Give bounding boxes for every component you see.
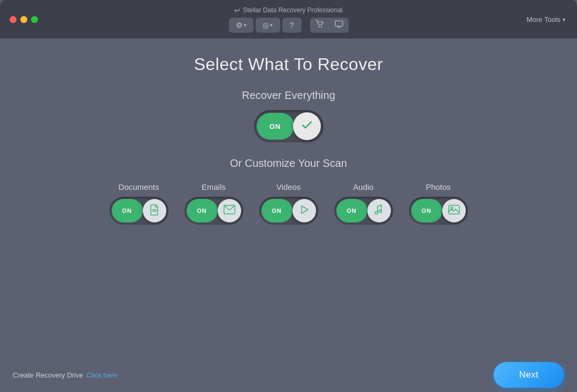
svg-point-8	[379, 210, 381, 212]
audio-icon	[373, 204, 385, 218]
minimize-button[interactable]	[20, 16, 27, 23]
gear-icon: ⚙	[236, 21, 243, 29]
video-icon	[299, 204, 310, 218]
back-arrow-icon: ↩	[234, 6, 240, 14]
photos-toggle-knob	[442, 199, 466, 222]
photos-on-label: ON	[421, 207, 432, 214]
toolbar-buttons: ⚙ ▾ ◎ ▾ ?	[229, 18, 349, 33]
category-emails: Emails ON	[184, 182, 243, 225]
page-title: Select What To Recover	[194, 55, 383, 74]
photos-toggle-track: ON	[411, 199, 442, 222]
eye-icon: ◎	[263, 21, 269, 29]
monitor-button[interactable]	[329, 18, 349, 33]
documents-toggle[interactable]: ON	[110, 197, 168, 225]
help-button[interactable]: ?	[282, 18, 302, 33]
audio-toggle-track: ON	[336, 199, 367, 222]
titlebar-left	[10, 16, 38, 23]
chevron-down-icon2: ▾	[270, 22, 273, 28]
documents-toggle-track: ON	[112, 199, 143, 222]
toolbar-btn-group	[310, 18, 349, 33]
videos-on-label: ON	[272, 207, 282, 214]
videos-toggle[interactable]: ON	[259, 197, 318, 225]
more-tools-chevron-icon: ▾	[563, 17, 565, 22]
more-tools-button[interactable]: More Tools ▾	[527, 16, 565, 24]
emails-on-label: ON	[197, 207, 207, 214]
cart-icon	[316, 20, 324, 30]
close-button[interactable]	[10, 16, 17, 23]
videos-toggle-track: ON	[261, 199, 293, 222]
category-videos-label: Videos	[276, 182, 301, 191]
category-photos-label: Photos	[426, 182, 451, 191]
documents-on-label: ON	[122, 207, 132, 214]
titlebar: ↩ Stellar Data Recovery Professional ⚙ ▾…	[0, 0, 577, 39]
document-icon	[149, 204, 160, 218]
category-audio-label: Audio	[353, 182, 373, 191]
traffic-lights	[10, 16, 38, 23]
monitor-icon	[335, 20, 343, 30]
audio-toggle-knob	[367, 199, 391, 222]
create-recovery-link[interactable]: Click here	[87, 371, 118, 379]
bottom-bar: Create Recovery Drive Click here Next	[0, 358, 577, 392]
videos-toggle-knob	[293, 199, 316, 222]
recover-everything-section: Recover Everything ON	[242, 89, 335, 142]
category-audio: Audio ON	[334, 182, 393, 225]
toggle-on-track: ON	[257, 113, 294, 140]
toggle-on-label: ON	[270, 122, 281, 130]
emails-toggle-track: ON	[187, 199, 218, 222]
category-emails-label: Emails	[202, 182, 226, 191]
chevron-down-icon: ▾	[244, 22, 247, 28]
titlebar-center: ↩ Stellar Data Recovery Professional ⚙ ▾…	[229, 6, 349, 33]
svg-point-7	[375, 211, 378, 214]
category-photos: Photos ON	[409, 182, 468, 225]
svg-marker-6	[302, 206, 308, 213]
create-recovery-label: Create Recovery Drive	[13, 371, 83, 379]
more-tools-label: More Tools	[527, 16, 560, 24]
emails-toggle[interactable]: ON	[184, 197, 243, 225]
categories-row: Documents ON	[110, 182, 468, 225]
history-button[interactable]: ◎ ▾	[256, 18, 280, 33]
documents-toggle-knob	[143, 199, 166, 222]
next-button[interactable]: Next	[494, 362, 564, 388]
maximize-button[interactable]	[31, 16, 38, 23]
svg-point-1	[320, 26, 321, 27]
cart-button[interactable]	[310, 18, 329, 33]
help-icon: ?	[290, 21, 294, 29]
customize-label: Or Customize Your Scan	[230, 157, 347, 170]
category-documents-label: Documents	[119, 182, 159, 191]
checkmark-icon	[301, 118, 313, 134]
settings-button[interactable]: ⚙ ▾	[229, 18, 253, 33]
app-title-text: Stellar Data Recovery Professional	[243, 6, 342, 14]
svg-point-0	[318, 26, 319, 27]
app-title: ↩ Stellar Data Recovery Professional	[234, 6, 342, 14]
create-recovery-section: Create Recovery Drive Click here	[13, 371, 117, 379]
audio-on-label: ON	[347, 207, 357, 214]
recover-everything-label: Recover Everything	[242, 89, 335, 102]
category-documents: Documents ON	[110, 182, 168, 225]
main-content: Select What To Recover Recover Everythin…	[0, 39, 577, 392]
toggle-knob	[293, 112, 321, 140]
audio-toggle[interactable]: ON	[334, 197, 393, 225]
recover-everything-toggle[interactable]: ON	[254, 110, 324, 142]
email-icon	[224, 205, 235, 217]
photos-toggle[interactable]: ON	[409, 197, 468, 225]
svg-rect-2	[335, 21, 343, 26]
category-videos: Videos ON	[259, 182, 318, 225]
photo-icon	[448, 204, 460, 218]
emails-toggle-knob	[218, 199, 241, 222]
